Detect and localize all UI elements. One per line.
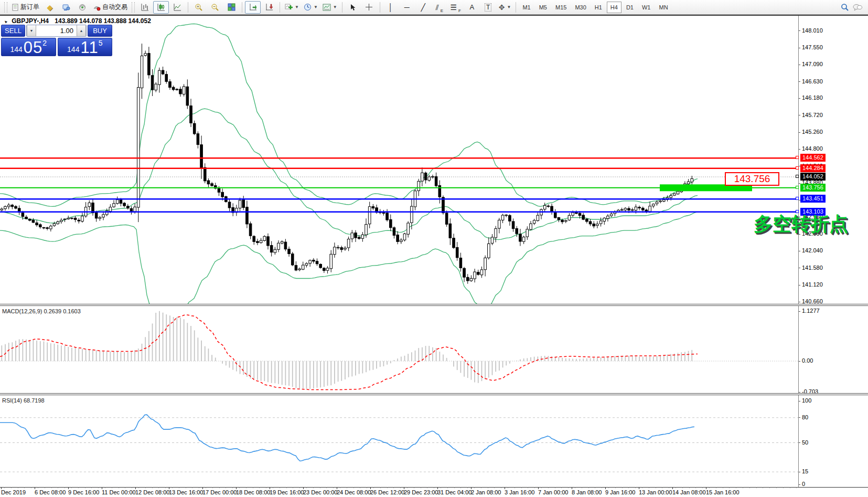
chat-icon[interactable] [853,4,862,11]
channel-tool-button[interactable]: ⫽ E [432,1,447,14]
vertical-line-tool-button[interactable]: │ [383,1,399,14]
time-axis-tick [337,487,337,489]
search-icon[interactable] [841,3,849,11]
time-axis-tick [236,487,237,489]
pane-separator[interactable] [0,393,868,395]
macd-pane[interactable] [0,306,798,394]
time-axis-label: 12 Dec 08:00 [135,489,169,495]
toolbar-grip[interactable] [132,2,135,13]
text-label-tool-button[interactable]: T [480,1,496,14]
buy-price-display[interactable]: 144 11 5 [58,38,113,56]
level-price-label: 143.756 [800,184,826,192]
templates-icon [323,4,331,11]
time-axis-tick [706,487,706,489]
signals-icon [79,4,86,11]
timeframe-button-H4[interactable]: H4 [607,2,621,13]
one-click-collapse-arrow[interactable]: ▲ [2,18,8,25]
timeframe-bar: M1M5M15M30H1H4D1W1MN [519,2,671,13]
time-axis-label: 23 Dec 00:00 [303,489,337,495]
time-axis-tick [639,487,639,489]
sell-price-display[interactable]: 144 05 2 [1,38,56,56]
rsi-axis-label: 80 [798,414,808,420]
timeframe-button-M30[interactable]: M30 [571,2,590,13]
level-marker [796,175,799,178]
chart-shift-button[interactable] [261,1,277,14]
time-axis-tick [672,487,673,489]
timeframe-button-M15[interactable]: M15 [552,2,570,13]
turning-point-annotation[interactable]: 多空转折点 [754,212,848,237]
periods-dropdown-caret: ▼ [314,5,318,9]
time-axis-tick [135,487,136,489]
autotrading-icon [93,4,101,11]
horizontal-line-tool-button[interactable]: ─ [399,1,415,14]
rsi-pane[interactable] [0,395,798,487]
auto-scroll-button[interactable] [245,1,261,14]
sell-button[interactable]: SELL [1,25,25,37]
buy-price-base: 144 [67,45,79,55]
equidistant-channel-icon: ⫽ [435,4,438,11]
price-callout-box[interactable]: 143.756 [725,172,779,186]
indicators-button[interactable]: ▼ [283,1,301,14]
volume-decrease-button[interactable]: ▼ [27,25,36,36]
arrows-dropdown-caret: ▼ [507,5,511,9]
signals-button[interactable] [74,1,90,14]
main-chart-canvas[interactable] [0,16,798,304]
bar-chart-button[interactable] [137,1,153,14]
toolbar-grip[interactable] [4,2,7,13]
timeframe-button-M5[interactable]: M5 [535,2,551,13]
crosshair-tool-button[interactable] [361,1,377,14]
time-axis-label: 29 Dec 23:00 [404,489,438,495]
line-chart-button[interactable] [169,1,185,14]
vertical-line-icon: │ [388,4,393,11]
terminal-button[interactable] [58,1,74,14]
timeframe-button-M1[interactable]: M1 [519,2,534,13]
candlestick-chart-button[interactable] [153,1,169,14]
time-axis[interactable]: Dec 20196 Dec 08:009 Dec 16:0011 Dec 00:… [0,487,868,497]
timeframe-button-H1[interactable]: H1 [591,2,606,13]
horizontal-line-icon: ─ [404,4,410,11]
time-axis-label: 13 Jan 00:00 [639,489,672,495]
time-axis-tick [605,487,606,489]
time-axis-tick [437,487,438,489]
time-axis-tick [572,487,572,489]
text-tool-button[interactable]: A [464,1,480,14]
volume-increase-button[interactable]: ▲ [77,25,86,36]
zoom-out-button[interactable] [207,1,223,14]
level-price-label: 143.451 [800,195,826,203]
level-price-label: 144.562 [800,154,826,162]
time-axis-label: 13 Dec 16:00 [169,489,203,495]
time-axis-label: 9 Jan 16:00 [605,489,636,495]
rsi-canvas[interactable] [0,395,798,487]
buy-button[interactable]: BUY [88,25,112,37]
fibonacci-tool-button[interactable]: ☰ F [448,1,464,14]
buy-price-pip: 5 [99,39,103,47]
rsi-axis-label: 15 [798,468,808,474]
price-tick-label: 144.800 [798,145,823,152]
cursor-tool-button[interactable] [345,1,361,14]
trendline-tool-button[interactable]: ╱ [415,1,431,14]
fibonacci-icon: ☰ [451,4,457,11]
bar-chart-icon [141,3,149,11]
price-axis-border [798,16,799,487]
timeframe-button-D1[interactable]: D1 [623,2,637,13]
main-chart-pane[interactable] [0,16,798,304]
volume-input[interactable]: 1.00 [36,25,77,36]
tile-windows-button[interactable] [223,1,239,14]
zoom-in-button[interactable] [191,1,207,14]
metaeditor-button[interactable]: ◆ [42,1,58,14]
one-click-trading-panel: SELL ▼ 1.00 ▲ BUY 144 05 2 144 11 5 [1,25,112,56]
price-tick-label: 148.010 [798,27,823,34]
timeframe-button-W1[interactable]: W1 [638,2,655,13]
pane-separator[interactable] [0,304,868,306]
macd-canvas[interactable] [0,306,798,394]
arrows-tool-button[interactable]: ✥ ▼ [497,1,513,14]
templates-button[interactable]: ▼ [320,1,339,14]
buy-price-big: 11 [80,40,98,55]
timeframe-button-MN[interactable]: MN [655,2,671,13]
autotrading-button[interactable]: 自动交易 [91,1,130,14]
new-order-button[interactable]: 新订单 [9,1,41,14]
chart-window-top-border [0,15,868,16]
periods-button[interactable]: ▼ [302,1,320,14]
price-tick-label: 146.630 [798,78,823,84]
time-axis-tick [35,487,35,489]
